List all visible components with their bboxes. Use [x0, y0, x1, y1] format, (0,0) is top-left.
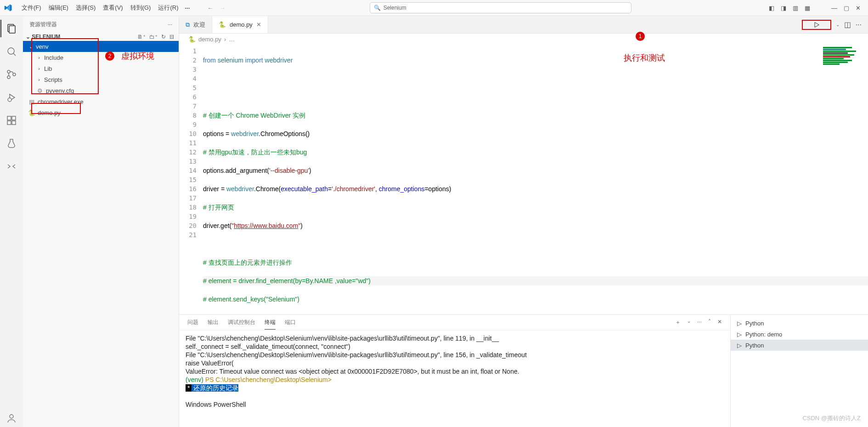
search-icon: 🔍 — [374, 5, 381, 11]
new-terminal-icon[interactable]: ＋ — [675, 319, 681, 326]
tree-label: Include — [44, 54, 63, 61]
command-center: 🔍 Selenium — [239, 2, 761, 13]
search-input[interactable]: 🔍 Selenium — [370, 2, 631, 13]
window-close-icon[interactable]: ✕ — [856, 5, 861, 11]
panel-tab-ports[interactable]: 端口 — [285, 319, 296, 326]
layout-sidebar-left-icon[interactable]: ◧ — [769, 5, 774, 11]
activity-search-icon[interactable] — [0, 43, 23, 60]
activity-explorer-icon[interactable] — [0, 20, 23, 37]
svg-rect-1 — [9, 26, 15, 33]
term-line: Windows PowerShell — [186, 400, 724, 409]
editor-tabs: ⧉ 欢迎 🐍 demo.py ✕ ⌄ ◫ ··· — [179, 16, 868, 34]
panel-tab-problems[interactable]: 问题 — [187, 319, 198, 326]
breadcrumb-rest: … — [229, 36, 235, 43]
search-text: Selenium — [383, 5, 406, 11]
svg-point-2 — [8, 48, 14, 54]
new-folder-icon[interactable]: 🗀⁺ — [149, 34, 158, 40]
panel-tabs: 问题 输出 调试控制台 终端 端口 ＋ ⌄ ··· ˄ ✕ — [179, 315, 730, 330]
activity-scm-icon[interactable] — [0, 66, 23, 83]
refresh-icon[interactable]: ↻ — [161, 34, 166, 40]
title-bar: 文件(F) 编辑(E) 选择(S) 查看(V) 转到(G) 运行(R) ··· … — [0, 0, 868, 16]
terminal-label: Python: demo — [745, 331, 782, 338]
menu-view[interactable]: 查看(V) — [100, 3, 125, 13]
term-prompt: (venv) PS C:\Users\chencheng\Desktop\Sel… — [186, 376, 724, 384]
breadcrumb[interactable]: 🐍 demo.py › … — [179, 34, 868, 45]
svg-rect-9 — [7, 116, 11, 120]
terminal-dropdown-icon[interactable]: ⌄ — [687, 319, 691, 326]
terminal-item[interactable]: ▷Python: demo — [731, 329, 868, 340]
activity-debug-icon[interactable] — [0, 89, 23, 106]
terminal-list: ▷Python ▷Python: demo ▷Python — [730, 315, 868, 427]
term-line: File "C:\Users\chencheng\Desktop\Seleniu… — [186, 334, 724, 342]
panel-more-icon[interactable]: ··· — [697, 319, 702, 326]
menu-file[interactable]: 文件(F) — [19, 3, 44, 13]
term-line: ValueError: Timeout value connect was <o… — [186, 367, 724, 376]
panel-tab-output[interactable]: 输出 — [208, 319, 219, 326]
new-file-icon[interactable]: 🗎⁺ — [137, 34, 146, 40]
chevron-right-icon: › — [224, 36, 226, 43]
tree-folder-include[interactable]: ›Include — [23, 52, 179, 63]
term-line: self._connect = self._validate_timeout(c… — [186, 342, 724, 351]
terminal-output[interactable]: File "C:\Users\chencheng\Desktop\Seleniu… — [179, 330, 730, 427]
breadcrumb-file: demo.py — [198, 36, 221, 43]
tree-folder-scripts[interactable]: ›Scripts — [23, 74, 179, 85]
close-icon[interactable]: ✕ — [256, 21, 261, 28]
sidebar-more-icon[interactable]: ··· — [168, 21, 172, 28]
tree-folder-lib[interactable]: ›Lib — [23, 63, 179, 74]
layout-sidebar-right-icon[interactable]: ▥ — [793, 5, 798, 11]
tab-label: 欢迎 — [193, 21, 205, 29]
nav-back-icon[interactable]: ← — [207, 5, 213, 11]
term-line: raise ValueError( — [186, 359, 724, 367]
menu-goto[interactable]: 转到(G) — [128, 3, 154, 13]
tab-demo[interactable]: 🐍 demo.py ✕ — [212, 16, 268, 33]
activity-extensions-icon[interactable] — [0, 112, 23, 129]
terminal-icon: ▷ — [737, 342, 742, 349]
panel-maximize-icon[interactable]: ˄ — [708, 319, 711, 326]
terminal-icon: ▷ — [737, 331, 742, 338]
terminal-item[interactable]: ▷Python — [731, 318, 868, 329]
tree-file-demo[interactable]: 🐍demo.py — [23, 107, 179, 118]
svg-rect-12 — [12, 116, 16, 120]
layout-customize-icon[interactable]: ▦ — [805, 5, 810, 11]
window-maximize-icon[interactable]: ▢ — [844, 5, 849, 11]
collapse-icon[interactable]: ⊟ — [169, 34, 174, 40]
python-icon: 🐍 — [28, 109, 36, 116]
code-content: from selenium import webdriver # 创建一个 Ch… — [203, 45, 868, 314]
tab-welcome[interactable]: ⧉ 欢迎 — [179, 16, 212, 33]
svg-point-4 — [7, 70, 10, 73]
tree-file-chromedriver[interactable]: ▤chromedriver.exe — [23, 96, 179, 107]
activity-testing-icon[interactable] — [0, 135, 23, 152]
panel-tab-terminal[interactable]: 终端 — [265, 319, 276, 330]
code-editor[interactable]: 123456789101112131415161718192021 from s… — [179, 45, 868, 314]
run-button[interactable] — [802, 20, 831, 30]
panel-close-icon[interactable]: ✕ — [717, 319, 722, 326]
terminal-item[interactable]: ▷Python — [731, 340, 868, 351]
layout-panel-icon[interactable]: ◨ — [781, 5, 786, 11]
python-icon: 🐍 — [219, 21, 226, 28]
terminal-label: Python — [745, 342, 764, 349]
window-minimize-icon[interactable]: ― — [831, 5, 837, 11]
nav-forward-icon[interactable]: → — [220, 5, 225, 11]
svg-point-8 — [8, 98, 11, 102]
menu-selection[interactable]: 选择(S) — [73, 3, 98, 13]
bottom-panel: 问题 输出 调试控制台 终端 端口 ＋ ⌄ ··· ˄ ✕ File "C:\U… — [179, 314, 868, 427]
split-editor-icon[interactable]: ◫ — [844, 20, 851, 29]
terminal-label: Python — [745, 320, 764, 327]
activity-account-icon[interactable] — [0, 410, 23, 427]
menu-edit[interactable]: 编辑(E) — [46, 3, 71, 13]
line-gutter: 123456789101112131415161718192021 — [179, 45, 203, 314]
activity-remote-icon[interactable] — [0, 158, 23, 175]
tree-file-pyvenv[interactable]: ⚙pyvenv.cfg — [23, 85, 179, 96]
tree-label: Scripts — [44, 76, 62, 83]
svg-rect-10 — [7, 121, 11, 125]
minimap[interactable] — [823, 46, 864, 74]
project-name[interactable]: SELENIUM — [32, 34, 60, 40]
tree-label: Lib — [44, 65, 52, 72]
run-dropdown-icon[interactable]: ⌄ — [836, 22, 840, 27]
menu-more-icon[interactable]: ··· — [181, 5, 193, 11]
vscode-logo-icon — [0, 4, 16, 12]
tree-folder-venv[interactable]: ⌄venv — [23, 41, 179, 52]
menu-run[interactable]: 运行(R) — [155, 3, 181, 13]
panel-tab-debug[interactable]: 调试控制台 — [228, 319, 255, 326]
editor-more-icon[interactable]: ··· — [856, 21, 862, 29]
